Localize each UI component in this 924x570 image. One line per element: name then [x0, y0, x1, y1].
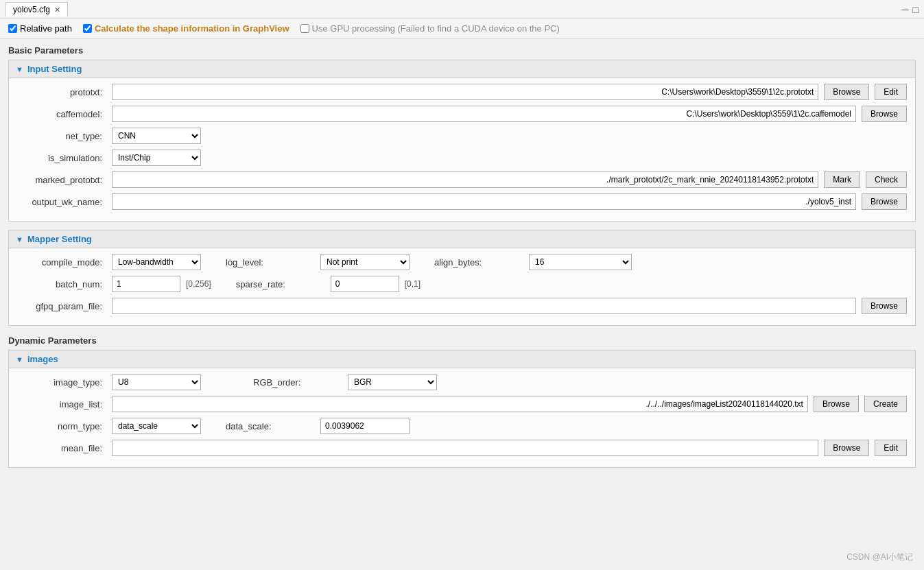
batch-num-row: batch_num: [0,256] sparse_rate: [0,1] — [17, 276, 907, 292]
images-section: ▼ images image_type: U8 RGB_order: BGR i… — [8, 350, 916, 468]
images-header[interactable]: ▼ images — [9, 351, 915, 368]
compile-mode-row: compile_mode: Low-bandwidth log_level: N… — [17, 254, 907, 270]
align-bytes-select[interactable]: 16 — [529, 254, 632, 270]
data-scale-label: data_scale: — [226, 421, 315, 431]
output-wk-name-browse-button[interactable]: Browse — [862, 193, 907, 210]
batch-num-range: [0,256] — [186, 279, 211, 289]
mean-file-edit-button[interactable]: Edit — [875, 440, 907, 456]
data-scale-input[interactable] — [320, 418, 410, 434]
mapper-setting-body: compile_mode: Low-bandwidth log_level: N… — [9, 248, 915, 325]
norm-type-row: norm_type: data_scale data_scale: — [17, 418, 907, 434]
mean-file-input[interactable] — [112, 440, 818, 456]
log-level-select[interactable]: Not print — [320, 254, 410, 270]
net-type-select[interactable]: CNN — [112, 128, 201, 144]
minimize-icon[interactable]: ─ — [902, 4, 909, 15]
is-simulation-row: is_simulation: Inst/Chip — [17, 150, 907, 166]
image-list-row: image_list: Browse Create — [17, 396, 907, 412]
rgb-order-select[interactable]: BGR — [348, 374, 437, 390]
gfpq-param-file-input[interactable] — [112, 298, 856, 314]
caffemodel-browse-button[interactable]: Browse — [862, 106, 907, 122]
calc-shape-label: Calculate the shape information in Graph… — [95, 23, 289, 34]
relative-path-checkbox-label[interactable]: Relative path — [8, 23, 72, 34]
mean-file-row: mean_file: Browse Edit — [17, 440, 907, 456]
marked-prototxt-input[interactable] — [112, 171, 818, 188]
is-simulation-label: is_simulation: — [17, 153, 106, 163]
sparse-rate-input[interactable] — [331, 276, 399, 292]
marked-prototxt-mark-button[interactable]: Mark — [824, 171, 860, 188]
batch-num-label: batch_num: — [17, 279, 106, 289]
images-arrow: ▼ — [16, 355, 23, 364]
caffemodel-input[interactable] — [112, 106, 856, 122]
mapper-setting-section: ▼ Mapper Setting compile_mode: Low-bandw… — [8, 230, 916, 326]
mean-file-label: mean_file: — [17, 443, 106, 453]
tab-label: yolov5.cfg — [13, 5, 50, 14]
is-simulation-select[interactable]: Inst/Chip — [112, 150, 201, 166]
relative-path-label: Relative path — [20, 23, 72, 34]
marked-prototxt-row: marked_prototxt: Mark Check — [17, 171, 907, 188]
use-gpu-checkbox[interactable] — [300, 24, 309, 33]
calc-shape-checkbox[interactable] — [83, 24, 92, 33]
gfpq-param-file-label: gfpq_param_file: — [17, 301, 106, 311]
gfpq-param-file-row: gfpq_param_file: Browse — [17, 298, 907, 314]
title-bar: yolov5.cfg ✕ ─ □ — [0, 0, 924, 19]
tab-yolov5cfg[interactable]: yolov5.cfg ✕ — [5, 2, 68, 16]
marked-prototxt-label: marked_prototxt: — [17, 175, 106, 185]
input-setting-body: prototxt: Browse Edit caffemodel: Browse… — [9, 78, 915, 221]
rgb-order-label: RGB_order: — [253, 377, 342, 388]
input-setting-label: Input Setting — [27, 64, 82, 74]
tab-close-icon[interactable]: ✕ — [54, 5, 60, 14]
mean-file-browse-button[interactable]: Browse — [824, 440, 869, 456]
compile-mode-label: compile_mode: — [17, 257, 106, 268]
use-gpu-checkbox-label[interactable]: Use GPU processing (Failed to find a CUD… — [300, 23, 560, 34]
relative-path-checkbox[interactable] — [8, 24, 17, 33]
window-controls: ─ □ — [902, 4, 919, 15]
caffemodel-row: caffemodel: Browse — [17, 106, 907, 122]
compile-mode-select[interactable]: Low-bandwidth — [112, 254, 201, 270]
image-list-create-button[interactable]: Create — [864, 396, 907, 412]
sparse-rate-range: [0,1] — [405, 279, 420, 289]
main-content: Basic Parameters ▼ Input Setting prototx… — [0, 38, 924, 565]
watermark: CSDN @AI小笔记 — [846, 551, 913, 563]
output-wk-name-row: output_wk_name: Browse — [17, 193, 907, 210]
input-setting-header[interactable]: ▼ Input Setting — [9, 60, 915, 78]
dynamic-params-title: Dynamic Parameters — [8, 334, 916, 347]
use-gpu-label: Use GPU processing (Failed to find a CUD… — [312, 23, 560, 34]
calc-shape-checkbox-label[interactable]: Calculate the shape information in Graph… — [83, 23, 289, 34]
norm-type-label: norm_type: — [17, 421, 106, 431]
marked-prototxt-check-button[interactable]: Check — [866, 171, 907, 188]
image-type-row: image_type: U8 RGB_order: BGR — [17, 374, 907, 390]
mapper-setting-label: Mapper Setting — [27, 234, 92, 244]
image-type-label: image_type: — [17, 377, 106, 388]
gfpq-param-file-browse-button[interactable]: Browse — [862, 298, 907, 314]
net-type-row: net_type: CNN — [17, 128, 907, 144]
prototxt-row: prototxt: Browse Edit — [17, 84, 907, 100]
input-setting-arrow: ▼ — [16, 65, 23, 73]
sparse-rate-label: sparse_rate: — [236, 279, 325, 289]
images-body: image_type: U8 RGB_order: BGR image_list… — [9, 368, 915, 467]
image-list-browse-button[interactable]: Browse — [814, 396, 859, 412]
net-type-label: net_type: — [17, 131, 106, 141]
maximize-icon[interactable]: □ — [913, 4, 919, 15]
prototxt-edit-button[interactable]: Edit — [875, 84, 907, 100]
mapper-setting-arrow: ▼ — [16, 235, 23, 244]
batch-num-input[interactable] — [112, 276, 180, 292]
log-level-label: log_level: — [226, 257, 315, 268]
prototxt-browse-button[interactable]: Browse — [824, 84, 869, 100]
image-list-input[interactable] — [112, 396, 808, 412]
mapper-setting-header[interactable]: ▼ Mapper Setting — [9, 230, 915, 248]
norm-type-select[interactable]: data_scale — [112, 418, 201, 434]
prototxt-input[interactable] — [112, 84, 818, 100]
image-list-label: image_list: — [17, 399, 106, 409]
prototxt-label: prototxt: — [17, 87, 106, 97]
align-bytes-label: align_bytes: — [434, 257, 523, 268]
basic-params-title: Basic Parameters — [8, 44, 916, 57]
caffemodel-label: caffemodel: — [17, 109, 106, 119]
output-wk-name-label: output_wk_name: — [17, 197, 106, 207]
output-wk-name-input[interactable] — [112, 193, 856, 210]
input-setting-section: ▼ Input Setting prototxt: Browse Edit ca… — [8, 60, 916, 222]
images-label: images — [27, 354, 58, 364]
toolbar: Relative path Calculate the shape inform… — [0, 19, 924, 38]
image-type-select[interactable]: U8 — [112, 374, 201, 390]
